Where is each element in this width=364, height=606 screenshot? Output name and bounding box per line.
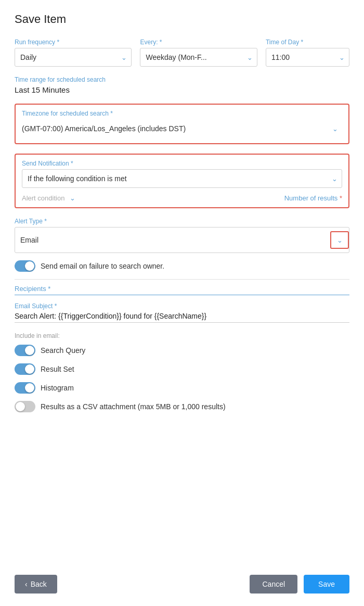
time-of-day-chevron-icon: ⌄ [339,54,345,61]
back-label: Back [31,580,47,588]
include-in-email-label: Include in email: [15,332,349,339]
bottom-right-buttons: Cancel Save [250,575,349,594]
number-of-results-label: Number of results * [284,194,342,202]
csv-label: Results as a CSV attachment (max 5MB or … [41,402,226,411]
alert-condition-row: Alert condition ⌄ Number of results * [22,194,342,202]
every-label: Every: [140,39,257,46]
timezone-chevron-icon: ⌄ [332,125,338,133]
result-set-label: Result Set [41,365,74,373]
timezone-label: Timezone for scheduled search [22,110,342,117]
search-query-toggle[interactable] [15,345,35,356]
every-value: Weekday (Mon-F... [146,53,206,61]
back-chevron-icon: ‹ [25,580,28,588]
csv-toggle[interactable] [15,401,35,412]
alert-condition-left: Alert condition ⌄ [22,194,284,202]
save-button[interactable]: Save [304,575,349,594]
run-frequency-select[interactable]: Daily ⌄ [15,48,132,67]
search-query-toggle-row: Search Query [15,345,349,356]
schedule-row: Run frequency Daily ⌄ Every: Weekday (Mo… [15,39,349,67]
alert-condition-chevron-icon: ⌄ [70,194,75,202]
time-range-section: Time range for scheduled search Last 15 … [15,76,349,94]
alert-type-select[interactable]: Email ⌄ [15,227,349,253]
result-set-toggle[interactable] [15,363,35,375]
send-notification-select[interactable]: If the following condition is met ⌄ [22,169,342,188]
number-of-results-asterisk: * [340,194,342,202]
every-chevron-icon: ⌄ [247,54,253,61]
send-notification-value: If the following condition is met [28,174,127,183]
run-frequency-col: Run frequency Daily ⌄ [15,39,132,67]
send-notification-chevron-icon: ⌄ [332,175,337,183]
divider [15,279,349,280]
histogram-toggle[interactable] [15,382,35,394]
alert-type-chevron-icon: ⌄ [337,236,343,244]
alert-type-section: Alert Type Email ⌄ [15,218,349,253]
email-subject-value: Search Alert: {{TriggerCondition}} found… [15,312,349,323]
search-query-label: Search Query [41,346,85,355]
result-set-toggle-row: Result Set [15,363,349,375]
page-title: Save Item [15,12,349,26]
alert-condition-label: Alert condition [22,194,64,202]
bottom-bar: ‹ Back Cancel Save [15,559,349,594]
time-of-day-col: Time of Day 11:00 ⌄ [266,39,349,67]
recipients-section: Recipients * [15,285,349,295]
email-subject-section: Email Subject Search Alert: {{TriggerCon… [15,302,349,323]
histogram-toggle-row: Histogram [15,382,349,394]
csv-toggle-row: Results as a CSV attachment (max 5MB or … [15,401,349,412]
time-of-day-value: 11:00 [271,53,290,61]
run-frequency-value: Daily [20,53,36,61]
time-of-day-select[interactable]: 11:00 ⌄ [266,48,349,67]
time-range-label: Time range for scheduled search [15,76,349,83]
send-email-failure-row: Send email on failure to search owner. [15,260,349,272]
cancel-button[interactable]: Cancel [250,575,297,594]
run-frequency-label: Run frequency [15,39,132,46]
run-frequency-chevron-icon: ⌄ [121,54,127,61]
alert-type-value: Email [20,236,330,244]
recipients-label: Recipients * [15,285,349,295]
back-button[interactable]: ‹ Back [15,575,57,594]
every-col: Every: Weekday (Mon-F... ⌄ [140,39,257,67]
every-select[interactable]: Weekday (Mon-F... ⌄ [140,48,257,67]
time-range-value: Last 15 Minutes [15,85,349,94]
alert-type-chevron-box[interactable]: ⌄ [330,231,349,249]
email-subject-label: Email Subject [15,302,349,310]
include-in-email-section: Include in email: Search Query Result Se… [15,332,349,420]
send-email-failure-label: Send email on failure to search owner. [41,262,164,270]
timezone-value: (GMT-07:00) America/Los_Angeles (include… [22,124,186,133]
page-container: Save Item Run frequency Daily ⌄ Every: W… [0,0,364,606]
send-email-failure-toggle[interactable] [15,260,35,272]
alert-type-label: Alert Type [15,218,349,225]
time-of-day-label: Time of Day [266,39,349,46]
timezone-select[interactable]: (GMT-07:00) America/Los_Angeles (include… [22,119,342,138]
timezone-section: Timezone for scheduled search (GMT-07:00… [15,104,349,144]
send-notification-section: Send Notification If the following condi… [15,154,349,208]
send-notification-label: Send Notification [22,160,342,167]
histogram-label: Histogram [41,384,74,392]
